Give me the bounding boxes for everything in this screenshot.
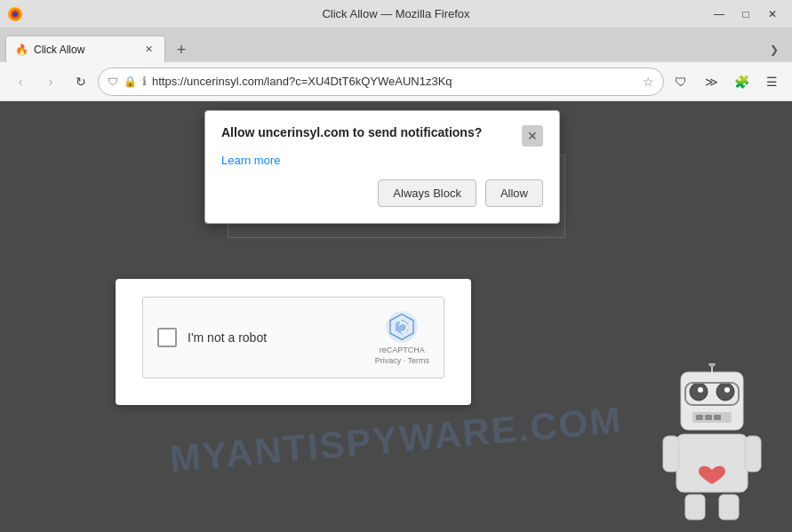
recaptcha-checkbox[interactable] bbox=[157, 328, 177, 347]
minimize-button[interactable]: — bbox=[707, 4, 732, 24]
bookmark-star-icon[interactable]: ☆ bbox=[643, 75, 654, 89]
tab-close-button[interactable]: ✕ bbox=[141, 43, 156, 57]
new-tab-button[interactable]: + bbox=[169, 37, 194, 62]
robot-mascot bbox=[659, 363, 765, 523]
always-block-button[interactable]: Always Block bbox=[378, 179, 476, 207]
recaptcha-logo-icon bbox=[385, 310, 419, 344]
recaptcha-privacy-terms: Privacy · Terms bbox=[375, 356, 429, 365]
browser-tab[interactable]: 🔥 Click Allow ✕ bbox=[5, 36, 165, 62]
recaptcha-left: I'm not a robot bbox=[157, 328, 267, 347]
close-button[interactable]: ✕ bbox=[760, 4, 785, 24]
tab-label: Click Allow bbox=[34, 44, 136, 56]
info-icon: ℹ bbox=[142, 75, 147, 88]
recaptcha-brand-text: reCAPTCHA bbox=[380, 345, 425, 354]
extensions-icon-button[interactable]: 🧩 bbox=[728, 68, 755, 95]
address-bar[interactable]: 🛡 🔒 ℹ ☆ bbox=[98, 67, 664, 96]
svg-rect-19 bbox=[719, 495, 739, 520]
popup-actions: Always Block Allow bbox=[221, 179, 543, 207]
back-button[interactable]: ‹ bbox=[7, 68, 34, 95]
forward-button[interactable]: › bbox=[37, 68, 64, 95]
list-all-tabs-button[interactable]: ❯ bbox=[762, 37, 787, 62]
url-input[interactable] bbox=[152, 75, 637, 88]
title-bar-left bbox=[7, 6, 23, 22]
svg-rect-18 bbox=[685, 495, 705, 520]
popup-close-button[interactable]: ✕ bbox=[522, 125, 543, 147]
navigation-bar: ‹ › ↻ 🛡 🔒 ℹ ☆ 🛡 ≫ 🧩 ☰ bbox=[0, 62, 792, 101]
tab-favicon-icon: 🔥 bbox=[15, 44, 28, 56]
window-title: Click Allow — Mozilla Firefox bbox=[322, 7, 469, 20]
tab-bar-right: ❯ bbox=[762, 37, 787, 62]
learn-more-link[interactable]: Learn more bbox=[221, 154, 543, 167]
reload-button[interactable]: ↻ bbox=[68, 68, 94, 95]
lock-icon: 🔒 bbox=[124, 75, 137, 88]
title-bar: Click Allow — Mozilla Firefox — □ ✕ bbox=[0, 0, 792, 28]
popup-title: Allow uncerinsyl.com to send notificatio… bbox=[221, 125, 515, 139]
maximize-button[interactable]: □ bbox=[733, 4, 758, 24]
svg-point-6 bbox=[698, 387, 703, 393]
svg-point-7 bbox=[724, 387, 730, 393]
recaptcha-overlay: I'm not a robot reCAPTCHA Privacy · Term… bbox=[116, 279, 471, 405]
notification-permission-popup: Allow uncerinsyl.com to send notificatio… bbox=[204, 110, 560, 224]
svg-rect-16 bbox=[663, 436, 679, 472]
svg-rect-14 bbox=[714, 415, 721, 420]
svg-point-2 bbox=[12, 12, 18, 17]
svg-rect-12 bbox=[696, 415, 703, 420]
browser-content: CLICK ALLOW TO CONFIRM THAT YOU MYANTISP… bbox=[0, 101, 792, 532]
allow-button[interactable]: Allow bbox=[485, 179, 543, 207]
tab-bar: 🔥 Click Allow ✕ + ❯ bbox=[0, 28, 792, 62]
svg-rect-17 bbox=[745, 436, 761, 472]
recaptcha-logo-area: reCAPTCHA Privacy · Terms bbox=[375, 310, 429, 365]
menu-button[interactable]: ☰ bbox=[758, 68, 785, 95]
recaptcha-box: I'm not a robot reCAPTCHA Privacy · Term… bbox=[142, 297, 444, 378]
recaptcha-label: I'm not a robot bbox=[188, 330, 267, 345]
tracking-protection-icon: 🛡 bbox=[108, 75, 118, 88]
firefox-logo-icon bbox=[7, 6, 23, 22]
extensions-button[interactable]: ≫ bbox=[698, 68, 724, 95]
firefox-account-button[interactable]: 🛡 bbox=[668, 68, 694, 95]
popup-header: Allow uncerinsyl.com to send notificatio… bbox=[221, 125, 543, 147]
window-controls: — □ ✕ bbox=[707, 4, 785, 24]
svg-rect-13 bbox=[705, 415, 712, 420]
svg-point-10 bbox=[708, 363, 716, 367]
